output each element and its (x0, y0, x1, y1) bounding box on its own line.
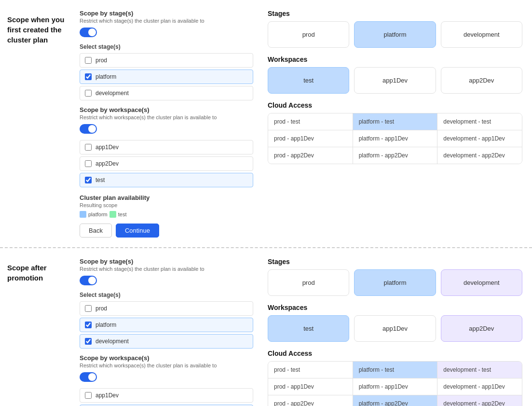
cloud-row-2-1: prod - test platform - test development … (268, 362, 522, 378)
stage-scope-title: Scope by stage(s) (80, 10, 253, 17)
workspace-scope-group-2: Scope by workspace(s) Restrict which wor… (80, 354, 253, 406)
ws-app2dev-checkbox[interactable] (85, 160, 92, 167)
stage-card-development-1: development (441, 21, 522, 48)
section-2-label: Scope after promotion (0, 258, 75, 406)
cloud-cell-2-2-2: platform - app1Dev (353, 378, 438, 395)
stage-prod-label: prod (95, 57, 107, 64)
scope-tag-test: test (109, 211, 127, 218)
stage-scope-toggle[interactable] (80, 28, 97, 37)
button-row-1: Back Continue (80, 224, 253, 238)
ws-app2dev-label: app2Dev (95, 160, 119, 167)
stage-scope-group: Scope by stage(s) Restrict which stage(s… (80, 10, 253, 100)
workspace-scope-subtitle-2: Restrict which workspace(s) the cluster … (80, 363, 253, 368)
stages-cards-1: prod platform development (268, 21, 522, 48)
cloud-cell-2-3-3: development - app2Dev (437, 395, 522, 406)
cloud-row-2-3: prod - app2Dev platform - app2Dev develo… (268, 395, 522, 406)
ws-test-checkbox[interactable] (85, 177, 92, 183)
stage-select-label-2: Select stage(s) (80, 292, 253, 298)
stage-scope-toggle-container-2 (80, 276, 253, 287)
section-2-right: Stages prod platform development Workspa… (258, 258, 532, 406)
workspace-card-app2dev-1: app2Dev (441, 67, 522, 94)
cloud-cell-1-1-1: prod - test (268, 113, 353, 130)
workspace-scope-toggle-2[interactable] (80, 372, 97, 382)
stage-prod-label-2: prod (95, 305, 107, 312)
ws-app1dev-checkbox[interactable] (85, 144, 92, 151)
cloud-cell-2-3-1: prod - app2Dev (268, 395, 353, 406)
ws-app1dev-item-2: app1Dev (80, 388, 253, 403)
cloud-cell-2-3-2: platform - app2Dev (353, 395, 438, 406)
cloud-cell-2-1-1: prod - test (268, 362, 353, 378)
cloud-row-1-1: prod - test platform - test development … (268, 113, 522, 130)
workspace-scope-title: Scope by workspace(s) (80, 106, 253, 113)
cloud-cell-2-1-2: platform - test (353, 362, 438, 378)
stage-card-prod-2: prod (268, 269, 349, 296)
workspace-scope-toggle-container (80, 124, 253, 135)
workspace-scope-toggle[interactable] (80, 124, 97, 134)
cloud-cell-1-1-2: platform - test (353, 113, 438, 130)
workspaces-title-1: Workspaces (268, 56, 522, 63)
workspace-card-app2dev-2: app2Dev (441, 315, 522, 342)
continue-button-1[interactable]: Continue (116, 224, 159, 238)
back-button-1[interactable]: Back (80, 224, 112, 238)
cloud-row-2-2: prod - app1Dev platform - app1Dev develo… (268, 378, 522, 395)
workspace-card-app1dev-1: app1Dev (354, 67, 436, 94)
stage-platform-label-2: platform (95, 322, 116, 328)
stage-development-checkbox-2[interactable] (85, 338, 92, 345)
cloud-cell-2-2-1: prod - app1Dev (268, 378, 353, 395)
stage-scope-toggle-2[interactable] (80, 276, 97, 285)
cloud-cell-2-2-3: development - app1Dev (437, 378, 522, 395)
cloud-cell-1-2-1: prod - app1Dev (268, 130, 353, 147)
stage-card-prod-1: prod (268, 21, 349, 48)
stage-prod-checkbox[interactable] (85, 57, 92, 64)
workspace-scope-title-2: Scope by workspace(s) (80, 354, 253, 362)
cloud-access-grid-1: prod - test platform - test development … (268, 113, 522, 164)
ws-app1dev-item: app1Dev (80, 140, 253, 154)
stage-development-label-2: development (95, 338, 129, 345)
cloud-cell-1-3-3: development - app2Dev (437, 147, 522, 164)
section-1-form: Scope by stage(s) Restrict which stage(s… (75, 10, 258, 238)
section-2-label-text: Scope after promotion (7, 263, 68, 283)
cloud-cell-1-3-1: prod - app2Dev (268, 147, 353, 164)
workspace-scope-subtitle: Restrict which workspace(s) the cluster … (80, 114, 253, 120)
workspace-card-test-1: test (268, 67, 349, 94)
stage-platform-item-2: platform (80, 318, 253, 332)
stage-platform-checkbox-2[interactable] (85, 322, 92, 328)
stage-prod-checkbox-2[interactable] (85, 305, 92, 312)
workspace-card-app1dev-2: app1Dev (354, 315, 436, 342)
stage-scope-subtitle-2: Restrict which stage(s) the cluster plan… (80, 266, 253, 272)
stage-card-platform-1: platform (354, 21, 436, 48)
cloud-cell-1-3-2: platform - app2Dev (353, 147, 438, 164)
cloud-access-title-1: Cloud Access (268, 101, 522, 109)
ws-test-item: test (80, 173, 253, 187)
cloud-cell-2-1-3: development - test (437, 362, 522, 378)
scope-tags-1: platform test (80, 211, 253, 218)
section-2-form: Scope by stage(s) Restrict which stage(s… (75, 258, 258, 406)
availability-subtitle-1: Resulting scope (80, 202, 253, 208)
workspace-card-test-2: test (268, 315, 349, 342)
scope-tag-platform-label: platform (88, 211, 108, 217)
ws-app1dev-label: app1Dev (95, 144, 119, 151)
section-1-right: Stages prod platform development Workspa… (258, 10, 532, 238)
stage-platform-checkbox[interactable] (85, 73, 92, 80)
scope-tag-test-label: test (118, 211, 127, 217)
stage-platform-label: platform (95, 73, 116, 80)
stage-select-label: Select stage(s) (80, 43, 253, 50)
section-1: Scope when you first created the cluster… (0, 0, 532, 247)
stages-title-1: Stages (268, 10, 522, 17)
main-container: Scope when you first created the cluster… (0, 0, 532, 406)
stage-development-item-2: development (80, 334, 253, 349)
workspaces-cards-2: test app1Dev app2Dev (268, 315, 522, 342)
stage-scope-title-2: Scope by stage(s) (80, 258, 253, 265)
stage-development-checkbox[interactable] (85, 90, 92, 97)
stage-platform-item: platform (80, 70, 253, 84)
stage-prod-item: prod (80, 53, 253, 68)
cloud-access-grid-2: prod - test platform - test development … (268, 361, 522, 406)
cloud-cell-1-2-2: platform - app1Dev (353, 130, 438, 147)
workspaces-cards-1: test app1Dev app2Dev (268, 67, 522, 94)
stage-prod-item-2: prod (80, 301, 253, 316)
section-2: Scope after promotion Scope by stage(s) … (0, 248, 532, 406)
stage-development-item: development (80, 86, 253, 100)
workspaces-title-2: Workspaces (268, 304, 522, 311)
ws-app1dev-checkbox-2[interactable] (85, 392, 92, 399)
cloud-cell-1-2-3: development - app1Dev (437, 130, 522, 147)
